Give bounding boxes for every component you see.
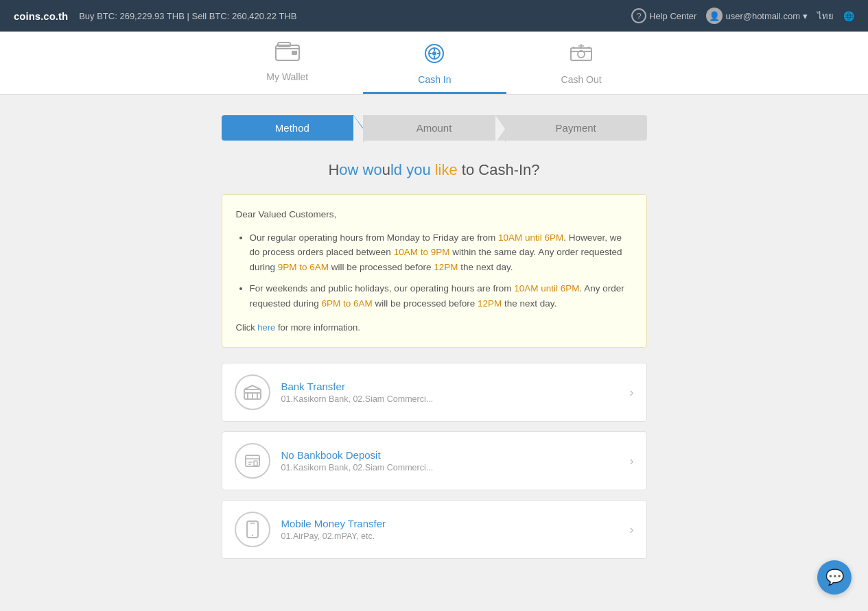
cash-out-icon [569,41,594,71]
notice-list: Our regular operating hours from Monday … [236,230,633,311]
click-here-link[interactable]: here [257,322,275,333]
bank-transfer-arrow: › [630,385,634,400]
notice-text-1h: the next day. [458,262,513,272]
heading-ow: ow wo [339,161,382,178]
notice-click-info: Click here for more information. [236,321,633,335]
notice-greeting: Dear Valued Customers, [236,207,633,222]
cash-in-icon [422,41,447,71]
topbar: coins.co.th Buy BTC: 269,229.93 THB | Se… [0,0,868,32]
tab-cash-in[interactable]: Cash In [363,32,506,94]
chat-button[interactable]: 💬 [817,560,852,579]
bank-transfer-title: Bank Transfer [281,381,619,392]
user-dropdown-icon: ▾ [803,11,808,21]
bank-transfer-subtitle: 01.Kasikorn Bank, 02.Siam Commerci... [281,394,619,404]
nav-tabs: My Wallet Cash In Cash Out [0,32,868,95]
wallet-icon [275,41,300,69]
heading-u: u [382,161,390,178]
step-payment-label: Payment [556,122,596,134]
notice-highlight-1e: 9PM to 6AM [278,262,329,272]
notice-item-2: For weekends and public holidays, our op… [250,281,633,311]
tab-cash-out-label: Cash Out [561,74,602,85]
no-bankbook-subtitle: 01.Kasikorn Bank, 02.Siam Commerci... [281,463,619,472]
svg-point-5 [432,51,436,56]
language-selector[interactable]: ไทย [817,9,834,23]
tab-cash-in-label: Cash In [418,74,451,85]
bank-transfer-info: Bank Transfer 01.Kasikorn Bank, 02.Siam … [281,381,619,404]
tab-my-wallet[interactable]: My Wallet [211,32,363,94]
notice-highlight-1c: 10AM to 9PM [394,247,450,257]
svg-rect-10 [254,461,257,466]
chat-icon: 💬 [825,568,844,579]
topbar-right: ? Help Center 👤 user@hotmail.com ▾ ไทย 🌐 [631,8,854,24]
option-no-bankbook[interactable]: No Bankbook Deposit 01.Kasikorn Bank, 02… [222,431,647,490]
help-icon: ? [631,8,646,23]
no-bankbook-title: No Bankbook Deposit [281,449,619,461]
logo[interactable]: coins.co.th [14,10,68,22]
btc-price: Buy BTC: 269,229.93 THB | Sell BTC: 260,… [79,11,296,21]
heading-like: like [435,161,458,178]
heading-rest: to Cash-In? [458,161,540,178]
mobile-money-icon [235,512,270,547]
user-menu[interactable]: 👤 user@hotmail.com ▾ [706,8,808,24]
tab-cash-out[interactable]: Cash Out [506,32,657,94]
topbar-left: coins.co.th Buy BTC: 269,229.93 THB | Se… [14,10,296,22]
notice-text-1f: will be processed before [329,262,434,272]
mobile-money-arrow: › [630,523,634,537]
step-method-label: Method [275,122,309,134]
option-bank-transfer[interactable]: Bank Transfer 01.Kasikorn Bank, 02.Siam … [222,363,647,422]
heading-how: H [328,161,339,178]
steps-bar: Method Amount Payment [222,115,647,141]
click-text: Click [236,322,258,333]
notice-highlight-2e: 12PM [478,298,502,309]
svg-rect-6 [571,48,591,60]
main-content: Method Amount Payment How would you like… [215,115,654,559]
mobile-money-title: Mobile Money Transfer [281,518,619,529]
notice-highlight-2: 10AM until 6PM [514,283,579,293]
step-amount: Amount [363,115,505,141]
mobile-money-info: Mobile Money Transfer 01.AirPay, 02.mPAY… [281,518,619,541]
no-bankbook-icon [235,443,270,479]
mobile-money-subtitle: 01.AirPay, 02.mPAY, etc. [281,531,619,541]
heading-ld: ld you [390,161,435,178]
step-payment: Payment [505,115,647,141]
notice-highlight-2c: 6PM to 6AM [322,298,373,309]
notice-text-1: Our regular operating hours from Monday … [250,232,498,243]
notice-text-2f: the next day. [502,298,556,309]
notice-text-2: For weekends and public holidays, our op… [250,283,515,293]
help-center-link[interactable]: ? Help Center [631,8,696,23]
step-amount-label: Amount [417,122,452,134]
svg-rect-2 [292,51,297,55]
globe-icon: 🌐 [843,11,854,21]
no-bankbook-info: No Bankbook Deposit 01.Kasikorn Bank, 02… [281,449,619,472]
tab-my-wallet-label: My Wallet [266,71,308,82]
notice-highlight-1: 10AM until 6PM [498,232,563,243]
user-icon: 👤 [706,8,723,24]
notice-box: Dear Valued Customers, Our regular opera… [222,194,647,348]
user-email: user@hotmail.com [725,11,800,21]
notice-text-2d: will be processed before [373,298,478,309]
svg-point-12 [252,535,253,536]
notice-item-1: Our regular operating hours from Monday … [250,230,633,275]
section-heading: How would you like to Cash-In? [222,161,647,179]
help-label: Help Center [649,11,696,21]
step-method: Method [222,115,364,141]
no-bankbook-arrow: › [630,454,634,468]
notice-highlight-1g: 12PM [434,262,458,272]
option-mobile-money[interactable]: Mobile Money Transfer 01.AirPay, 02.mPAY… [222,500,647,559]
click-suffix: for more information. [275,322,360,333]
bank-transfer-icon [235,374,270,410]
